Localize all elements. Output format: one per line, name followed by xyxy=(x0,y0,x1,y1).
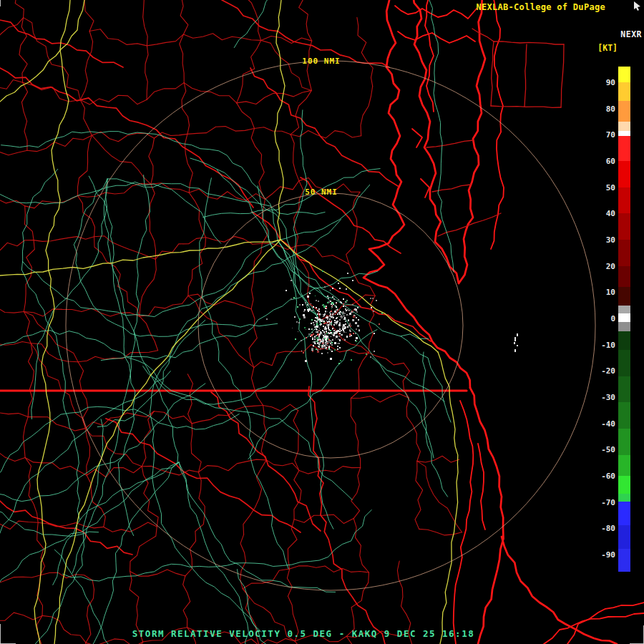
colorbar-segment xyxy=(618,136,630,161)
colorbar-segment xyxy=(618,525,630,549)
colorbar-segment xyxy=(618,376,630,403)
colorbar-segment xyxy=(618,313,630,323)
colorbar-segment xyxy=(618,67,630,82)
colorbar-segment xyxy=(618,240,630,266)
colorbar-segment xyxy=(618,131,630,136)
colorbar-tick-20: 20 xyxy=(606,262,615,270)
colorbar-segment xyxy=(618,476,630,494)
colorbar-tick--50: -50 xyxy=(601,446,615,454)
county-lines xyxy=(0,0,462,644)
colorbar-segment xyxy=(618,331,630,350)
frame-tick xyxy=(0,624,1,644)
colorbar-segment xyxy=(618,213,630,240)
colorbar-tick--40: -40 xyxy=(601,419,615,427)
frame-tick xyxy=(0,0,1,6)
velocity-colorbar xyxy=(618,67,630,572)
colorbar-tick--70: -70 xyxy=(601,498,615,506)
colorbar-segment xyxy=(618,187,630,214)
radar-map xyxy=(0,0,644,644)
colorbar-segment xyxy=(618,122,630,131)
colorbar-tick-90: 90 xyxy=(606,78,615,86)
colorbar-segment xyxy=(618,266,630,287)
colorbar-segment xyxy=(618,82,630,101)
colorbar-tick-80: 80 xyxy=(606,104,615,112)
colorbar-segment xyxy=(618,306,630,313)
colorbar-product-label: NEXR xyxy=(620,29,642,39)
colorbar-segment xyxy=(618,494,630,502)
colorbar-tick-0: 0 xyxy=(610,315,615,323)
colorbar-segment xyxy=(618,161,630,187)
status-bar: STORM RELATIVE VELOCITY 0.5 DEG - KAKQ 9… xyxy=(132,628,474,639)
radar-display: NEXLAB-College of DuPage NEXR [KT] 90807… xyxy=(0,0,644,644)
colorbar-segment xyxy=(618,322,630,331)
colorbar-tick-60: 60 xyxy=(606,157,615,165)
colorbar-segment xyxy=(618,549,630,571)
range-ring-label-50: 50 NMI xyxy=(305,187,338,197)
velocity-echoes xyxy=(266,270,518,364)
colorbar-tick--60: -60 xyxy=(601,472,615,480)
colorbar-tick-70: 70 xyxy=(606,131,615,139)
colorbar-tick-30: 30 xyxy=(606,235,615,243)
colorbar-segment xyxy=(618,350,630,376)
colorbar-tick-10: 10 xyxy=(606,288,615,296)
colorbar-segment xyxy=(618,101,630,122)
colorbar-tick-40: 40 xyxy=(606,210,615,218)
colorbar-tick--10: -10 xyxy=(601,341,615,348)
colorbar-segment xyxy=(618,287,630,306)
colorbar-tick--20: -20 xyxy=(601,367,615,375)
colorbar-segment xyxy=(618,429,630,455)
colorbar-segment xyxy=(618,402,630,429)
highways xyxy=(0,0,458,644)
colorbar-segment xyxy=(618,502,630,525)
range-ring-label-100: 100 NMI xyxy=(302,57,340,66)
colorbar-tick-50: 50 xyxy=(606,183,615,191)
colorbar-tick--30: -30 xyxy=(601,394,615,401)
colorbar-tick--90: -90 xyxy=(601,551,615,559)
page-title: NEXLAB-College of DuPage xyxy=(476,2,605,12)
colorbar-segment xyxy=(618,455,630,476)
cursor-icon xyxy=(633,1,643,11)
colorbar-tick--80: -80 xyxy=(601,525,615,532)
colorbar-units-label: [KT] xyxy=(597,43,618,53)
